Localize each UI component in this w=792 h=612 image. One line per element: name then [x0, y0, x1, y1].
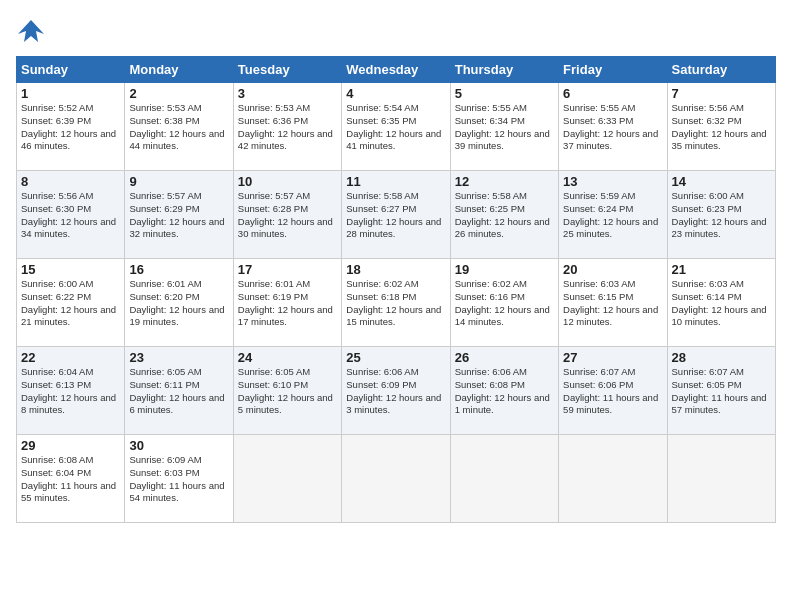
day-number: 13: [563, 174, 662, 189]
day-info: Sunrise: 5:55 AM Sunset: 6:33 PM Dayligh…: [563, 102, 662, 153]
day-number: 23: [129, 350, 228, 365]
day-info: Sunrise: 5:54 AM Sunset: 6:35 PM Dayligh…: [346, 102, 445, 153]
calendar-header-row: SundayMondayTuesdayWednesdayThursdayFrid…: [17, 57, 776, 83]
page-header: [16, 16, 776, 46]
calendar-cell: 15 Sunrise: 6:00 AM Sunset: 6:22 PM Dayl…: [17, 259, 125, 347]
weekday-header: Tuesday: [233, 57, 341, 83]
calendar-cell: 1 Sunrise: 5:52 AM Sunset: 6:39 PM Dayli…: [17, 83, 125, 171]
day-info: Sunrise: 6:08 AM Sunset: 6:04 PM Dayligh…: [21, 454, 120, 505]
calendar-cell: 3 Sunrise: 5:53 AM Sunset: 6:36 PM Dayli…: [233, 83, 341, 171]
day-info: Sunrise: 6:03 AM Sunset: 6:15 PM Dayligh…: [563, 278, 662, 329]
calendar-cell: 21 Sunrise: 6:03 AM Sunset: 6:14 PM Dayl…: [667, 259, 775, 347]
calendar-cell: 8 Sunrise: 5:56 AM Sunset: 6:30 PM Dayli…: [17, 171, 125, 259]
logo-icon: [16, 16, 46, 46]
calendar-cell: 29 Sunrise: 6:08 AM Sunset: 6:04 PM Dayl…: [17, 435, 125, 523]
day-number: 22: [21, 350, 120, 365]
day-number: 21: [672, 262, 771, 277]
logo: [16, 16, 50, 46]
calendar-cell: 30 Sunrise: 6:09 AM Sunset: 6:03 PM Dayl…: [125, 435, 233, 523]
day-info: Sunrise: 6:00 AM Sunset: 6:23 PM Dayligh…: [672, 190, 771, 241]
calendar-cell: 13 Sunrise: 5:59 AM Sunset: 6:24 PM Dayl…: [559, 171, 667, 259]
svg-marker-0: [18, 20, 44, 42]
calendar-cell: 25 Sunrise: 6:06 AM Sunset: 6:09 PM Dayl…: [342, 347, 450, 435]
calendar-cell: 12 Sunrise: 5:58 AM Sunset: 6:25 PM Dayl…: [450, 171, 558, 259]
day-number: 10: [238, 174, 337, 189]
day-info: Sunrise: 5:58 AM Sunset: 6:27 PM Dayligh…: [346, 190, 445, 241]
day-info: Sunrise: 5:53 AM Sunset: 6:38 PM Dayligh…: [129, 102, 228, 153]
calendar-cell: 6 Sunrise: 5:55 AM Sunset: 6:33 PM Dayli…: [559, 83, 667, 171]
calendar-cell: [342, 435, 450, 523]
day-number: 14: [672, 174, 771, 189]
day-number: 20: [563, 262, 662, 277]
day-info: Sunrise: 5:53 AM Sunset: 6:36 PM Dayligh…: [238, 102, 337, 153]
calendar-cell: 24 Sunrise: 6:05 AM Sunset: 6:10 PM Dayl…: [233, 347, 341, 435]
calendar-cell: 19 Sunrise: 6:02 AM Sunset: 6:16 PM Dayl…: [450, 259, 558, 347]
day-info: Sunrise: 6:07 AM Sunset: 6:06 PM Dayligh…: [563, 366, 662, 417]
calendar-cell: 16 Sunrise: 6:01 AM Sunset: 6:20 PM Dayl…: [125, 259, 233, 347]
calendar-cell: [450, 435, 558, 523]
day-info: Sunrise: 6:01 AM Sunset: 6:19 PM Dayligh…: [238, 278, 337, 329]
day-number: 30: [129, 438, 228, 453]
day-info: Sunrise: 6:03 AM Sunset: 6:14 PM Dayligh…: [672, 278, 771, 329]
day-number: 17: [238, 262, 337, 277]
day-info: Sunrise: 6:05 AM Sunset: 6:10 PM Dayligh…: [238, 366, 337, 417]
calendar-cell: 26 Sunrise: 6:06 AM Sunset: 6:08 PM Dayl…: [450, 347, 558, 435]
day-number: 27: [563, 350, 662, 365]
day-info: Sunrise: 6:06 AM Sunset: 6:08 PM Dayligh…: [455, 366, 554, 417]
calendar-cell: [559, 435, 667, 523]
day-info: Sunrise: 5:57 AM Sunset: 6:29 PM Dayligh…: [129, 190, 228, 241]
weekday-header: Friday: [559, 57, 667, 83]
day-number: 2: [129, 86, 228, 101]
day-number: 5: [455, 86, 554, 101]
weekday-header: Saturday: [667, 57, 775, 83]
day-info: Sunrise: 6:02 AM Sunset: 6:18 PM Dayligh…: [346, 278, 445, 329]
day-number: 7: [672, 86, 771, 101]
day-number: 1: [21, 86, 120, 101]
calendar-table: SundayMondayTuesdayWednesdayThursdayFrid…: [16, 56, 776, 523]
day-number: 28: [672, 350, 771, 365]
calendar-week-row: 1 Sunrise: 5:52 AM Sunset: 6:39 PM Dayli…: [17, 83, 776, 171]
calendar-week-row: 29 Sunrise: 6:08 AM Sunset: 6:04 PM Dayl…: [17, 435, 776, 523]
calendar-week-row: 15 Sunrise: 6:00 AM Sunset: 6:22 PM Dayl…: [17, 259, 776, 347]
day-info: Sunrise: 6:01 AM Sunset: 6:20 PM Dayligh…: [129, 278, 228, 329]
day-number: 24: [238, 350, 337, 365]
day-number: 19: [455, 262, 554, 277]
day-number: 15: [21, 262, 120, 277]
day-number: 25: [346, 350, 445, 365]
day-info: Sunrise: 6:04 AM Sunset: 6:13 PM Dayligh…: [21, 366, 120, 417]
day-number: 12: [455, 174, 554, 189]
calendar-cell: 18 Sunrise: 6:02 AM Sunset: 6:18 PM Dayl…: [342, 259, 450, 347]
day-info: Sunrise: 6:09 AM Sunset: 6:03 PM Dayligh…: [129, 454, 228, 505]
calendar-cell: 9 Sunrise: 5:57 AM Sunset: 6:29 PM Dayli…: [125, 171, 233, 259]
day-number: 3: [238, 86, 337, 101]
calendar-cell: 22 Sunrise: 6:04 AM Sunset: 6:13 PM Dayl…: [17, 347, 125, 435]
day-number: 4: [346, 86, 445, 101]
day-number: 6: [563, 86, 662, 101]
calendar-cell: 17 Sunrise: 6:01 AM Sunset: 6:19 PM Dayl…: [233, 259, 341, 347]
day-info: Sunrise: 5:55 AM Sunset: 6:34 PM Dayligh…: [455, 102, 554, 153]
day-info: Sunrise: 6:07 AM Sunset: 6:05 PM Dayligh…: [672, 366, 771, 417]
day-number: 16: [129, 262, 228, 277]
day-info: Sunrise: 5:52 AM Sunset: 6:39 PM Dayligh…: [21, 102, 120, 153]
day-number: 8: [21, 174, 120, 189]
calendar-week-row: 22 Sunrise: 6:04 AM Sunset: 6:13 PM Dayl…: [17, 347, 776, 435]
day-number: 11: [346, 174, 445, 189]
calendar-cell: 2 Sunrise: 5:53 AM Sunset: 6:38 PM Dayli…: [125, 83, 233, 171]
weekday-header: Thursday: [450, 57, 558, 83]
calendar-cell: 11 Sunrise: 5:58 AM Sunset: 6:27 PM Dayl…: [342, 171, 450, 259]
day-number: 26: [455, 350, 554, 365]
calendar-cell: 27 Sunrise: 6:07 AM Sunset: 6:06 PM Dayl…: [559, 347, 667, 435]
calendar-cell: [233, 435, 341, 523]
calendar-cell: 5 Sunrise: 5:55 AM Sunset: 6:34 PM Dayli…: [450, 83, 558, 171]
calendar-cell: 20 Sunrise: 6:03 AM Sunset: 6:15 PM Dayl…: [559, 259, 667, 347]
day-info: Sunrise: 5:56 AM Sunset: 6:32 PM Dayligh…: [672, 102, 771, 153]
day-info: Sunrise: 5:57 AM Sunset: 6:28 PM Dayligh…: [238, 190, 337, 241]
day-info: Sunrise: 5:56 AM Sunset: 6:30 PM Dayligh…: [21, 190, 120, 241]
day-info: Sunrise: 5:59 AM Sunset: 6:24 PM Dayligh…: [563, 190, 662, 241]
calendar-cell: 28 Sunrise: 6:07 AM Sunset: 6:05 PM Dayl…: [667, 347, 775, 435]
day-info: Sunrise: 6:02 AM Sunset: 6:16 PM Dayligh…: [455, 278, 554, 329]
calendar-cell: 7 Sunrise: 5:56 AM Sunset: 6:32 PM Dayli…: [667, 83, 775, 171]
day-info: Sunrise: 6:06 AM Sunset: 6:09 PM Dayligh…: [346, 366, 445, 417]
day-info: Sunrise: 5:58 AM Sunset: 6:25 PM Dayligh…: [455, 190, 554, 241]
calendar-cell: [667, 435, 775, 523]
